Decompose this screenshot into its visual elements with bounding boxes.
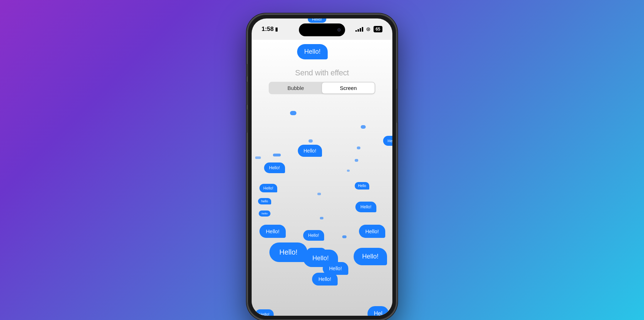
bubble-hello-3: Hello! [259, 184, 277, 192]
bubble-bottom-left: Hello! [255, 309, 274, 316]
bubble-hello-2: Hello! [264, 162, 285, 173]
dynamic-island [299, 23, 345, 36]
bubble-dot [255, 156, 261, 159]
bubble-dot [342, 235, 347, 238]
bubble-dot [317, 193, 321, 195]
bubble-dot [273, 154, 281, 156]
battery-indicator: 65 [374, 26, 382, 32]
status-right-icons: ⊛ 65 [355, 26, 382, 32]
bubble-hello-6: hello [259, 210, 270, 217]
signal-icon [355, 27, 363, 32]
bubble-hello-bottom-3: Hello! [312, 273, 338, 286]
bubble-hello-1: Hello! [298, 145, 322, 157]
status-time: 1:58 ▮ [262, 26, 278, 33]
volume-up-button [246, 82, 247, 105]
phone-screen: Hello! 1:58 ▮ ⊛ 65 [252, 18, 392, 316]
bubble-bottom-edge: Hel [367, 306, 389, 316]
bubble-hello-large: Hello! [269, 242, 307, 262]
power-button [397, 89, 398, 123]
bubble-dot [361, 125, 366, 129]
bubble-dot [357, 146, 360, 149]
wifi-icon: ⊛ [366, 26, 371, 32]
send-effect-title: Send with effect [252, 68, 392, 78]
bubble-hello-right-1: Hello! [355, 202, 376, 212]
bubble-hello-7: Hello! [259, 225, 286, 238]
bubble-dot [355, 159, 358, 162]
notification-bubble: Hello! [308, 18, 326, 23]
volume-down-button [246, 110, 247, 133]
bubble-hello-5: hello [258, 198, 271, 204]
tab-bubble[interactable]: Bubble [269, 82, 322, 94]
phone-container: Hello! 1:58 ▮ ⊛ 65 [247, 14, 397, 320]
right-edge-bubble: Hel [383, 136, 392, 146]
bubble-dot [347, 170, 350, 172]
camera-dot [337, 28, 341, 32]
bubble-dot [290, 111, 296, 115]
bubble-hello-4: Hello [355, 182, 369, 190]
tab-screen[interactable]: Screen [322, 82, 375, 94]
tab-selector[interactable]: Bubble Screen [269, 82, 375, 94]
screen-content: Hello! Send with effect Bubble Screen [252, 40, 392, 316]
bubble-dot [320, 217, 323, 219]
bubbles-area: Hello! Hello! Hello! Hello hello hello H… [252, 104, 392, 316]
bubble-hello-right-3: Hello! [354, 248, 387, 265]
id-icon: ▮ [275, 26, 278, 32]
mute-button [246, 64, 247, 76]
bubble-hello-8: Hello! [303, 230, 324, 241]
bubble-hello-right-2: Hello! [359, 225, 385, 238]
bubble-dot [308, 139, 313, 143]
main-hello-bubble: Hello! [297, 44, 328, 59]
